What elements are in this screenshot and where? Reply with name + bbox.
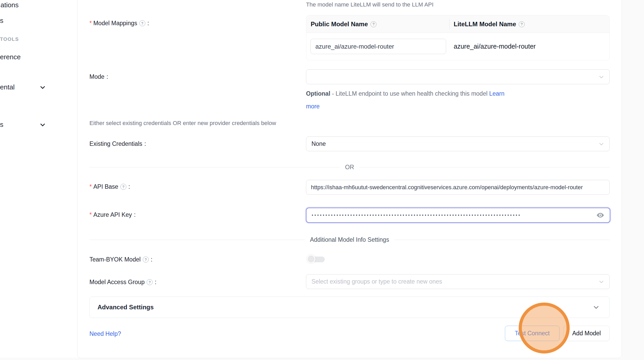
label-colon: : <box>128 183 130 190</box>
label-colon: : <box>107 73 108 80</box>
litellm-model-name-helper-text: The model name LiteLLM will send to the … <box>306 1 433 8</box>
toggle-knob <box>307 255 315 263</box>
sidebar-section-tools: TOOLS <box>0 36 19 42</box>
additional-info-divider: Additional Model Info Settings <box>89 236 610 243</box>
mode-hint-bold: Optional <box>306 90 330 97</box>
model-mappings-label-text: Model Mappings <box>93 20 137 27</box>
additional-info-divider-text: Additional Model Info Settings <box>305 236 394 243</box>
sidebar: ations s TOOLS erence ental s <box>0 0 77 360</box>
mode-label-text: Mode <box>89 73 105 80</box>
litellm-model-name-value: azure_ai/azure-model-router <box>454 43 536 50</box>
mode-hint: Optional - LiteLLM endpoint to use when … <box>306 87 513 113</box>
label-colon: : <box>147 20 149 27</box>
label-colon: : <box>155 279 156 286</box>
sidebar-item-clipped-5[interactable]: s <box>0 121 3 128</box>
model-access-group-select[interactable]: Select existing groups or type to create… <box>306 274 610 289</box>
help-icon[interactable]: ? <box>370 21 376 27</box>
azure-api-key-label-text: Azure API Key <box>93 211 132 218</box>
chevron-down-icon <box>598 141 605 147</box>
team-byok-label-text: Team-BYOK Model <box>89 256 141 263</box>
divider-line <box>89 240 305 240</box>
existing-credentials-select[interactable]: None <box>306 136 610 151</box>
model-mappings-label: * Model Mappings ? : <box>89 20 149 27</box>
model-access-group-label-text: Model Access Group <box>89 279 145 286</box>
help-icon[interactable]: ? <box>120 184 126 190</box>
team-byok-toggle[interactable] <box>307 255 326 264</box>
required-asterisk: * <box>89 20 92 27</box>
team-byok-label: Team-BYOK Model ? : <box>89 256 152 263</box>
need-help-link[interactable]: Need Help? <box>89 330 121 337</box>
help-icon[interactable]: ? <box>143 257 149 263</box>
model-mappings-table: Public Model Name ? LiteLLM Model Name ?… <box>306 15 610 60</box>
test-connect-button[interactable]: Test Connect <box>505 326 560 341</box>
chevron-down-icon <box>598 74 605 80</box>
credentials-note: Either select existing credentials OR en… <box>89 120 276 127</box>
sidebar-item-clipped-3[interactable]: erence <box>0 53 21 61</box>
api-base-label: * API Base ? : <box>89 183 130 190</box>
chevron-down-icon <box>39 121 46 128</box>
api-base-input[interactable] <box>306 180 610 195</box>
divider-line <box>359 167 610 167</box>
masked-password-value: ••••••••••••••••••••••••••••••••••••••••… <box>307 213 585 218</box>
table-header-row: Public Model Name ? LiteLLM Model Name ? <box>306 15 609 33</box>
sidebar-item-clipped-2[interactable]: s <box>0 17 3 24</box>
azure-api-key-input[interactable]: ••••••••••••••••••••••••••••••••••••••••… <box>306 207 610 223</box>
mode-hint-text: - LiteLLM endpoint to use when health ch… <box>330 90 489 97</box>
existing-credentials-value: None <box>311 140 326 147</box>
test-connect-label: Test Connect <box>515 330 550 337</box>
header-column-divider <box>449 19 450 29</box>
help-icon[interactable]: ? <box>139 20 145 26</box>
chevron-down-icon <box>39 84 46 91</box>
help-icon[interactable]: ? <box>147 279 153 285</box>
divider-line <box>89 167 340 167</box>
header-text: LiteLLM Model Name <box>454 21 516 28</box>
public-model-name-input[interactable] <box>310 39 446 54</box>
or-divider-text: OR <box>340 164 359 171</box>
chevron-down-icon <box>598 278 605 285</box>
page-background-right <box>622 0 644 360</box>
label-colon: : <box>151 256 152 263</box>
advanced-settings-title: Advanced Settings <box>97 304 154 311</box>
litellm-model-name-header: LiteLLM Model Name ? <box>454 15 525 33</box>
add-model-page: ations s TOOLS erence ental s The model … <box>0 0 644 360</box>
model-access-group-label: Model Access Group ? : <box>89 279 157 286</box>
label-colon: : <box>134 211 135 218</box>
add-model-button[interactable]: Add Model <box>563 326 610 341</box>
azure-api-key-label: * Azure API Key : <box>89 211 136 218</box>
public-model-name-header: Public Model Name ? <box>311 15 376 33</box>
model-access-group-placeholder: Select existing groups or type to create… <box>311 278 442 285</box>
existing-credentials-label-text: Existing Credentials <box>89 140 142 147</box>
header-text: Public Model Name <box>311 21 368 28</box>
label-colon: : <box>144 140 146 147</box>
or-divider: OR <box>89 164 610 171</box>
sidebar-item-clipped-1[interactable]: ations <box>1 1 18 9</box>
divider-line <box>394 240 610 240</box>
eye-icon[interactable] <box>595 211 606 219</box>
mode-label: Mode : <box>89 73 108 80</box>
add-model-label: Add Model <box>572 330 601 337</box>
mode-select[interactable] <box>306 69 610 84</box>
required-asterisk: * <box>89 183 92 190</box>
advanced-settings-panel[interactable]: Advanced Settings <box>89 297 610 318</box>
required-asterisk: * <box>89 211 92 218</box>
help-icon[interactable]: ? <box>519 21 525 27</box>
sidebar-item-clipped-4[interactable]: ental <box>0 83 15 91</box>
existing-credentials-label: Existing Credentials : <box>89 140 146 147</box>
api-base-label-text: API Base <box>93 183 118 190</box>
chevron-down-icon <box>592 303 600 311</box>
